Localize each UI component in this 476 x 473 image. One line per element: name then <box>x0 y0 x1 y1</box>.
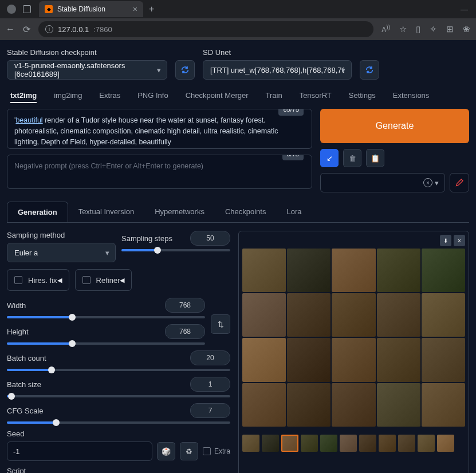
seed-input[interactable] <box>7 442 152 461</box>
swap-dimensions-button[interactable]: ⇅ <box>211 314 230 334</box>
gallery-image[interactable] <box>422 338 465 381</box>
gallery-image[interactable] <box>422 293 465 337</box>
prompt-textarea[interactable]: 65/75 'beautiful render of a Tudor style… <box>7 109 312 149</box>
more-icon[interactable]: ❀ <box>463 24 470 34</box>
sampling-steps-value[interactable]: 50 <box>190 231 230 246</box>
gallery-image[interactable] <box>242 338 286 381</box>
tab-img2img[interactable]: img2img <box>54 89 82 103</box>
checkpoint-select[interactable]: v1-5-pruned-emaonly.safetensors [6ce0161… <box>7 60 167 80</box>
batch-count-value[interactable]: 20 <box>190 350 230 365</box>
gallery-image[interactable] <box>377 383 420 427</box>
gallery-image[interactable] <box>287 383 331 427</box>
checkbox-icon[interactable] <box>203 447 211 455</box>
tab-tensorrt[interactable]: TensorRT <box>300 89 332 103</box>
subtab-lora[interactable]: Lora <box>276 202 312 222</box>
gallery-image[interactable] <box>332 338 375 381</box>
tab-checkpoint-merger[interactable]: Checkpoint Merger <box>186 89 249 103</box>
tab-settings[interactable]: Settings <box>349 89 376 103</box>
thumbnail-image[interactable] <box>281 435 298 452</box>
subtab-textual-inversion[interactable]: Textual Inversion <box>68 202 145 222</box>
random-seed-button[interactable]: 🎲 <box>157 442 175 460</box>
cfg-value[interactable]: 7 <box>190 403 230 418</box>
subtab-checkpoints[interactable]: Checkpoints <box>215 202 277 222</box>
download-button[interactable]: ⬇ <box>440 235 451 246</box>
unet-select[interactable]: [TRT] unet_w[768,768,768],h[768,768,768]… <box>203 60 352 80</box>
hires-fix-toggle[interactable]: Hires. fix ◀ <box>7 269 69 291</box>
thumbnail-image[interactable] <box>379 435 396 452</box>
tab-extensions[interactable]: Extensions <box>393 89 430 103</box>
gallery-image[interactable] <box>332 383 375 427</box>
width-value[interactable]: 768 <box>165 298 205 313</box>
tab-extras[interactable]: Extras <box>99 89 120 103</box>
styles-select[interactable]: × ▾ <box>320 173 445 192</box>
browser-titlebar: ◆ Stable Diffusion × + — <box>0 0 476 18</box>
back-button[interactable]: ← <box>6 24 15 34</box>
thumbnail-image[interactable] <box>340 435 357 452</box>
gallery-image[interactable] <box>287 249 331 292</box>
height-slider[interactable] <box>7 342 205 345</box>
gallery-image[interactable] <box>377 338 420 381</box>
tab-favicon: ◆ <box>45 5 53 13</box>
height-value[interactable]: 768 <box>165 324 205 339</box>
thumbnail-image[interactable] <box>359 435 376 452</box>
gallery-image[interactable] <box>287 338 331 381</box>
batch-size-slider[interactable] <box>7 395 230 397</box>
subtab-generation[interactable]: Generation <box>7 202 68 222</box>
browser-tab[interactable]: ◆ Stable Diffusion × <box>39 1 143 17</box>
thumbnail-image[interactable] <box>418 435 435 452</box>
gallery-image[interactable] <box>242 383 286 427</box>
gallery-image[interactable] <box>242 249 286 292</box>
interrogate-button[interactable]: ↙ <box>320 149 339 167</box>
new-tab-button[interactable]: + <box>149 4 154 14</box>
tab-txt2img[interactable]: txt2img <box>10 89 37 103</box>
tab-close-icon[interactable]: × <box>133 5 137 14</box>
site-info-icon[interactable]: i <box>45 25 53 33</box>
window-minimize-button[interactable]: — <box>461 5 468 14</box>
thumbnail-image[interactable] <box>301 435 318 452</box>
favorite-icon[interactable]: ☆ <box>399 24 407 34</box>
clear-styles-icon[interactable]: × <box>423 178 432 187</box>
gallery-image[interactable] <box>287 293 331 337</box>
address-field[interactable]: i 127.0.0.1:7860 <box>38 21 373 37</box>
thumbnail-image[interactable] <box>398 435 415 452</box>
thumbnail-image[interactable] <box>437 435 454 452</box>
gallery-image[interactable] <box>377 249 420 292</box>
paste-button[interactable]: 📋 <box>366 149 384 167</box>
gallery-image[interactable] <box>332 249 375 292</box>
reading-list-icon[interactable]: ▯ <box>416 24 420 34</box>
width-slider[interactable] <box>7 316 205 318</box>
generate-button[interactable]: Generate <box>320 109 469 143</box>
subtab-hypernetworks[interactable]: Hypernetworks <box>144 202 215 222</box>
collections-icon[interactable]: ✧ <box>430 24 437 34</box>
sampling-method-select[interactable]: Euler a <box>7 243 116 262</box>
toolbar-icon[interactable] <box>23 5 31 13</box>
clear-prompt-button[interactable]: 🗑 <box>343 149 361 167</box>
gallery-image[interactable] <box>332 293 375 337</box>
batch-count-slider[interactable] <box>7 369 230 371</box>
checkpoint-refresh-button[interactable] <box>175 60 195 80</box>
sub-tabs: GenerationTextual InversionHypernetworks… <box>7 202 469 223</box>
checkpoint-label: Stable Diffusion checkpoint <box>7 48 167 57</box>
cfg-slider[interactable] <box>7 421 230 424</box>
thumbnail-image[interactable] <box>262 435 279 452</box>
unet-refresh-button[interactable] <box>360 60 379 80</box>
gallery-image[interactable] <box>422 383 465 427</box>
tab-png-info[interactable]: PNG Info <box>137 89 168 103</box>
batch-size-value[interactable]: 1 <box>190 377 230 392</box>
sampling-steps-slider[interactable] <box>121 249 230 251</box>
refiner-toggle[interactable]: Refiner ◀ <box>75 269 132 291</box>
profile-avatar[interactable] <box>7 5 16 14</box>
extensions-icon[interactable]: ⊞ <box>446 24 454 34</box>
thumbnail-image[interactable] <box>242 435 259 452</box>
reload-button[interactable]: ⟳ <box>23 24 30 35</box>
tab-train[interactable]: Train <box>266 89 282 103</box>
gallery-image[interactable] <box>377 293 420 337</box>
close-gallery-button[interactable]: × <box>454 235 465 246</box>
gallery-image[interactable] <box>242 293 286 337</box>
thumbnail-image[interactable] <box>320 435 337 452</box>
gallery-image[interactable] <box>422 249 465 292</box>
edit-styles-button[interactable] <box>450 173 469 192</box>
read-aloud-icon[interactable]: A)) <box>381 24 390 34</box>
negative-prompt-textarea[interactable]: 0/75 Negative prompt (press Ctrl+Enter o… <box>7 155 312 189</box>
reuse-seed-button[interactable]: ♻ <box>180 442 198 460</box>
